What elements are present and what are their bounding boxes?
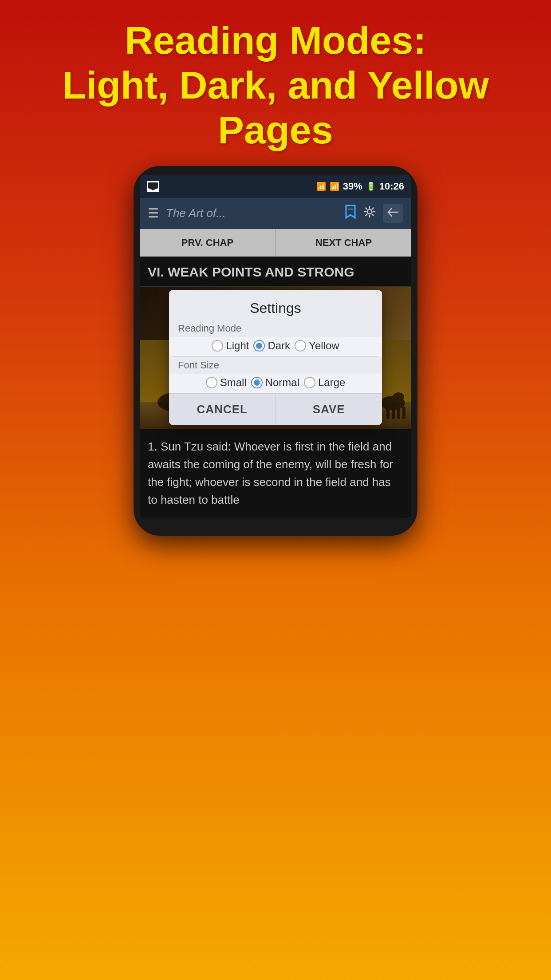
content-area: VI. WEAK POINTS AND STRONG <box>140 257 411 518</box>
chapter-navigation: PRV. CHAP NEXT CHAP <box>140 229 411 257</box>
radio-yellow[interactable] <box>295 340 306 352</box>
reading-mode-label: Reading Mode <box>169 320 382 337</box>
radio-light-label: Light <box>226 340 249 352</box>
chapter-heading: VI. WEAK POINTS AND STRONG <box>140 257 411 286</box>
prev-chapter-button[interactable]: PRV. CHAP <box>140 229 276 257</box>
settings-dialog: Settings Reading Mode Light Dark <box>169 290 382 425</box>
bookmark-icon[interactable] <box>345 205 356 222</box>
battery-level: 39% <box>343 181 362 192</box>
radio-small-label: Small <box>220 376 247 389</box>
radio-normal[interactable] <box>251 377 263 388</box>
next-chapter-button[interactable]: NEXT CHAP <box>276 229 411 257</box>
svg-rect-0 <box>148 182 158 189</box>
radio-small[interactable] <box>206 377 217 388</box>
toolbar-title: The Art of... <box>166 206 338 220</box>
phone-device: 📶 📶 39% 🔋 10:26 ☰ The Art of... <box>134 166 417 536</box>
dialog-title: Settings <box>169 290 382 320</box>
cancel-button[interactable]: CANCEL <box>169 394 276 425</box>
status-left <box>147 181 159 192</box>
menu-icon[interactable]: ☰ <box>148 206 159 221</box>
svg-point-3 <box>367 209 372 214</box>
dialog-overlay: Settings Reading Mode Light Dark <box>140 287 411 429</box>
battery-icon: 🔋 <box>366 182 376 191</box>
font-size-normal[interactable]: Normal <box>251 376 299 389</box>
reading-text-area: 1. Sun Tzu said: Whoever is first in the… <box>140 429 411 518</box>
radio-dark-label: Dark <box>268 340 290 352</box>
status-right: 📶 📶 39% 🔋 10:26 <box>316 181 404 192</box>
notification-icon <box>147 181 159 192</box>
status-bar: 📶 📶 39% 🔋 10:26 <box>140 175 411 198</box>
reading-mode-light[interactable]: Light <box>212 340 249 352</box>
radio-large[interactable] <box>304 377 315 388</box>
image-and-dialog: Settings Reading Mode Light Dark <box>140 287 411 429</box>
reading-text-content: 1. Sun Tzu said: Whoever is first in the… <box>148 438 403 509</box>
back-icon[interactable] <box>383 204 403 223</box>
signal-icon-2: 📶 <box>330 182 339 191</box>
reading-mode-options: Light Dark Yellow <box>169 337 382 356</box>
font-size-large[interactable]: Large <box>304 376 345 389</box>
radio-light[interactable] <box>212 340 223 352</box>
phone-screen: 📶 📶 39% 🔋 10:26 ☰ The Art of... <box>140 175 411 518</box>
radio-dark[interactable] <box>253 340 265 352</box>
radio-normal-label: Normal <box>265 376 299 389</box>
radio-yellow-label: Yellow <box>309 340 339 352</box>
clock: 10:26 <box>379 181 404 192</box>
reading-mode-dark[interactable]: Dark <box>253 340 290 352</box>
radio-large-label: Large <box>318 376 345 389</box>
font-size-label: Font Size <box>169 357 382 374</box>
reading-mode-yellow[interactable]: Yellow <box>295 340 339 352</box>
chapter-heading-text: VI. WEAK POINTS AND STRONG <box>148 265 354 279</box>
save-button[interactable]: SAVE <box>276 394 382 425</box>
signal-icon-1: 📶 <box>316 182 326 191</box>
svg-marker-1 <box>150 189 156 190</box>
app-toolbar: ☰ The Art of... <box>140 198 411 229</box>
settings-icon[interactable] <box>363 205 376 221</box>
font-size-options: Small Normal Large <box>169 374 382 393</box>
font-size-small[interactable]: Small <box>206 376 247 389</box>
dialog-buttons: CANCEL SAVE <box>169 393 382 425</box>
promo-title: Reading Modes: Light, Dark, and Yellow P… <box>0 18 551 153</box>
